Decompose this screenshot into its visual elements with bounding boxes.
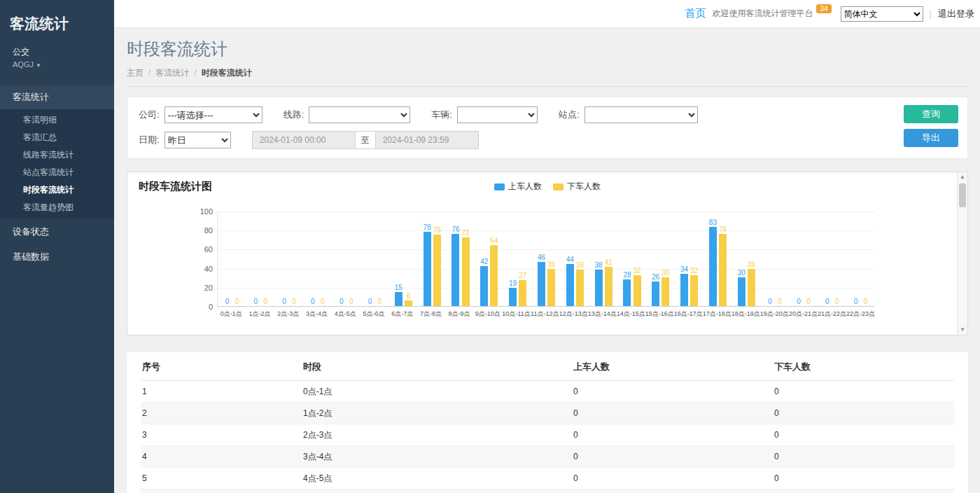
date-preset-select[interactable]: 昨日 bbox=[164, 132, 231, 148]
station-select[interactable] bbox=[584, 106, 698, 123]
bar-column: 0 bbox=[852, 211, 860, 306]
date-to-label: 至 bbox=[356, 131, 375, 149]
table-row: 54点-5点00 bbox=[141, 468, 954, 489]
bar bbox=[490, 245, 498, 306]
bar-column: 30 bbox=[738, 211, 746, 306]
content: 时段客流统计 主页/客流统计/时段客流统计 公司: ---请选择--- 线路: bbox=[114, 28, 980, 493]
scroll-up-icon[interactable]: ▲ bbox=[958, 172, 967, 182]
station-filter: 站点: bbox=[559, 106, 698, 123]
company-select[interactable]: ---请选择--- bbox=[164, 106, 262, 123]
table-cell: 0 bbox=[572, 468, 773, 489]
bar-value-label: 38 bbox=[576, 261, 584, 269]
breadcrumb-item[interactable]: 客流统计 bbox=[155, 68, 189, 78]
x-axis-tick: 13点-14点 bbox=[588, 310, 617, 319]
table-cell: 5点-6点 bbox=[302, 489, 572, 493]
bar-column: 32 bbox=[634, 211, 641, 306]
language-select[interactable]: 简体中文 bbox=[841, 6, 923, 22]
bar-value-label: 39 bbox=[748, 261, 755, 268]
bar-group: 00 bbox=[360, 211, 389, 306]
table-cell: 0 bbox=[572, 489, 773, 493]
sidebar-section-2[interactable]: 基础数据 bbox=[0, 245, 114, 269]
export-button[interactable]: 导出 bbox=[904, 129, 958, 147]
x-axis-tick: 4点-5点 bbox=[331, 310, 360, 319]
bar-column: 41 bbox=[605, 211, 612, 306]
table-cell: 4点-5点 bbox=[302, 468, 572, 489]
bar-column: 0 bbox=[366, 211, 374, 306]
table-cell: 0 bbox=[773, 424, 954, 446]
bar-value-label: 26 bbox=[652, 273, 659, 281]
y-axis-tick: 60 bbox=[185, 245, 213, 254]
date-from-input[interactable] bbox=[252, 131, 356, 149]
home-link[interactable]: 首页 bbox=[685, 7, 706, 20]
line-select[interactable] bbox=[309, 106, 410, 123]
table-panel: 序号时段上车人数下车人数 10点-1点0021点-2点0032点-3点0043点… bbox=[127, 352, 968, 493]
scroll-down-icon[interactable]: ▼ bbox=[958, 325, 967, 335]
bar-column: 0 bbox=[281, 211, 288, 306]
bar-column: 6 bbox=[405, 211, 412, 306]
bar-value-label: 15 bbox=[395, 284, 402, 291]
table-cell: 6 bbox=[141, 489, 302, 493]
bar-value-label: 0 bbox=[340, 298, 344, 305]
table-header-cell: 序号 bbox=[141, 354, 302, 381]
bar-group: 7672 bbox=[447, 211, 475, 306]
x-axis-tick: 17点-18点 bbox=[703, 310, 732, 319]
x-axis-tick: 1点-2点 bbox=[246, 310, 274, 319]
sidebar-item[interactable]: 客流汇总 bbox=[0, 129, 114, 146]
bar-column: 0 bbox=[862, 211, 869, 306]
x-axis-tick: 11点-12点 bbox=[531, 310, 559, 319]
sidebar-item[interactable]: 站点客流统计 bbox=[0, 164, 114, 181]
x-axis-tick: 5点-6点 bbox=[360, 310, 388, 319]
sidebar-item[interactable]: 客流量趋势图 bbox=[0, 199, 114, 216]
bar-chart: 0204060801000000000000001567875767242641… bbox=[127, 211, 953, 324]
topbar-divider: | bbox=[930, 8, 932, 19]
query-button[interactable]: 查询 bbox=[904, 105, 958, 123]
bar-value-label: 32 bbox=[690, 267, 698, 275]
sidebar-item[interactable]: 客流明细 bbox=[0, 111, 114, 129]
bar-column: 32 bbox=[690, 211, 698, 306]
chart-scrollbar[interactable]: ▲ ▼ bbox=[957, 172, 967, 335]
logout-link[interactable]: 退出登录 bbox=[938, 8, 974, 20]
bar-group: 2630 bbox=[646, 211, 675, 306]
breadcrumb-separator: / bbox=[148, 68, 150, 78]
x-axis-tick: 21点-22点 bbox=[818, 310, 846, 319]
bar-value-label: 42 bbox=[480, 258, 488, 265]
bar bbox=[519, 280, 526, 306]
bar-value-label: 0 bbox=[235, 298, 239, 305]
bar-column: 0 bbox=[794, 211, 802, 306]
company-label: 公司: bbox=[139, 109, 160, 121]
bar-column: 0 bbox=[262, 211, 270, 306]
bar-group: 4264 bbox=[475, 211, 503, 306]
bar-value-label: 78 bbox=[424, 223, 431, 231]
bar-column: 39 bbox=[748, 211, 755, 306]
bar bbox=[738, 277, 746, 306]
sidebar-item[interactable]: 线路客流统计 bbox=[0, 146, 114, 164]
breadcrumb-item[interactable]: 主页 bbox=[127, 68, 144, 78]
filter-panel: 公司: ---请选择--- 线路: 车辆: 站点: bbox=[127, 97, 968, 159]
table-cell: 2点-3点 bbox=[302, 424, 572, 446]
vehicle-select[interactable] bbox=[457, 106, 538, 123]
user-dropdown[interactable]: AQGJ ▼ bbox=[13, 60, 114, 69]
bar-column: 39 bbox=[547, 211, 555, 306]
bar-group: 8376 bbox=[704, 211, 732, 306]
y-axis-tick: 0 bbox=[185, 303, 213, 311]
chart-title: 时段车流统计图 bbox=[127, 172, 967, 193]
bar-value-label: 76 bbox=[451, 225, 459, 233]
table-cell: 0 bbox=[773, 489, 954, 493]
bar-value-label: 39 bbox=[547, 261, 555, 268]
bar-column: 15 bbox=[395, 211, 402, 306]
plot-area: 0000000000001567875767242641927463944383… bbox=[217, 211, 875, 307]
sidebar-section-0[interactable]: 客流统计 bbox=[0, 85, 114, 109]
bar-value-label: 30 bbox=[738, 269, 746, 277]
date-to-input[interactable] bbox=[375, 131, 479, 149]
bar-value-label: 30 bbox=[662, 269, 669, 277]
sidebar-section-1[interactable]: 设备状态 bbox=[0, 220, 114, 244]
table-cell: 1点-2点 bbox=[302, 403, 572, 424]
welcome-text: 欢迎使用客流统计管理平台 bbox=[712, 8, 813, 20]
table-cell: 0 bbox=[572, 446, 773, 468]
sidebar-item[interactable]: 时段客流统计 bbox=[0, 181, 114, 199]
scrollbar-thumb[interactable] bbox=[959, 183, 966, 207]
date-label: 日期: bbox=[139, 134, 160, 146]
bar-column: 30 bbox=[662, 211, 669, 306]
x-axis-tick: 12点-13点 bbox=[559, 310, 588, 319]
bar-column: 0 bbox=[223, 211, 231, 306]
